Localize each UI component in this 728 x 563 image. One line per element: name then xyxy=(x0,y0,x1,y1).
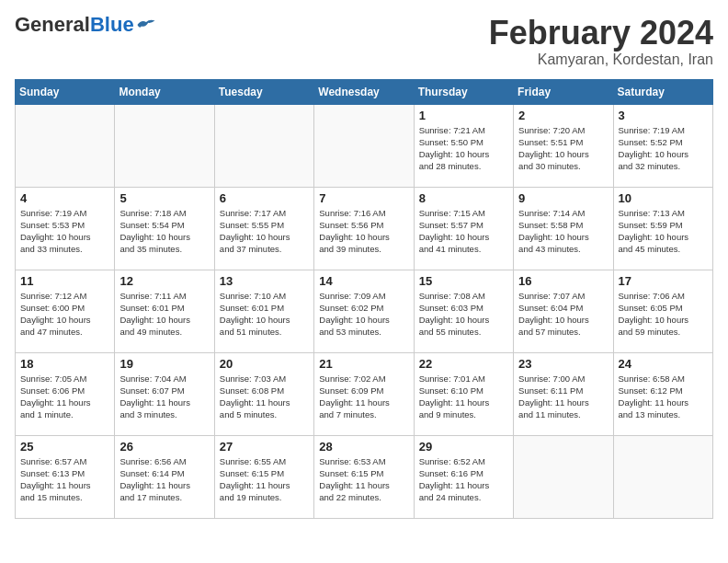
calendar-cell: 26Sunrise: 6:56 AM Sunset: 6:14 PM Dayli… xyxy=(115,435,214,518)
calendar-cell: 27Sunrise: 6:55 AM Sunset: 6:15 PM Dayli… xyxy=(214,435,313,518)
day-info: Sunrise: 7:14 AM Sunset: 5:58 PM Dayligh… xyxy=(518,207,608,256)
calendar-cell: 25Sunrise: 6:57 AM Sunset: 6:13 PM Dayli… xyxy=(16,435,115,518)
calendar-table: SundayMondayTuesdayWednesdayThursdayFrid… xyxy=(15,79,713,519)
day-info: Sunrise: 7:08 AM Sunset: 6:03 PM Dayligh… xyxy=(419,290,508,339)
day-number: 12 xyxy=(119,274,209,288)
day-info: Sunrise: 7:09 AM Sunset: 6:02 PM Dayligh… xyxy=(319,290,408,339)
calendar-week-3: 11Sunrise: 7:12 AM Sunset: 6:00 PM Dayli… xyxy=(16,270,713,352)
day-number: 5 xyxy=(119,191,209,205)
day-info: Sunrise: 6:52 AM Sunset: 6:16 PM Dayligh… xyxy=(419,455,508,504)
calendar-week-5: 25Sunrise: 6:57 AM Sunset: 6:13 PM Dayli… xyxy=(16,435,713,518)
day-number: 20 xyxy=(220,357,309,371)
location-subtitle: Kamyaran, Kordestan, Iran xyxy=(489,52,713,68)
calendar-cell: 29Sunrise: 6:52 AM Sunset: 6:16 PM Dayli… xyxy=(414,435,513,518)
calendar-cell: 2Sunrise: 7:20 AM Sunset: 5:51 PM Daylig… xyxy=(514,104,613,187)
day-info: Sunrise: 7:18 AM Sunset: 5:54 PM Dayligh… xyxy=(119,207,209,256)
calendar-cell: 12Sunrise: 7:11 AM Sunset: 6:01 PM Dayli… xyxy=(115,270,214,352)
calendar-week-4: 18Sunrise: 7:05 AM Sunset: 6:06 PM Dayli… xyxy=(16,352,713,435)
logo: GeneralBlue xyxy=(15,15,156,35)
day-info: Sunrise: 7:01 AM Sunset: 6:10 PM Dayligh… xyxy=(419,373,508,421)
day-number: 15 xyxy=(419,274,508,288)
day-info: Sunrise: 6:58 AM Sunset: 6:12 PM Dayligh… xyxy=(619,373,708,421)
calendar-cell xyxy=(314,104,414,187)
calendar-header-row: SundayMondayTuesdayWednesdayThursdayFrid… xyxy=(16,79,713,104)
column-header-thursday: Thursday xyxy=(414,79,513,104)
day-info: Sunrise: 7:20 AM Sunset: 5:51 PM Dayligh… xyxy=(518,124,608,173)
calendar-cell: 7Sunrise: 7:16 AM Sunset: 5:56 PM Daylig… xyxy=(314,187,414,270)
title-area: February 2024 Kamyaran, Kordestan, Iran xyxy=(489,15,713,68)
day-info: Sunrise: 7:16 AM Sunset: 5:56 PM Dayligh… xyxy=(319,207,408,256)
day-number: 19 xyxy=(119,357,209,371)
day-number: 9 xyxy=(518,191,608,205)
day-info: Sunrise: 7:21 AM Sunset: 5:50 PM Dayligh… xyxy=(419,124,508,173)
column-header-sunday: Sunday xyxy=(16,79,115,104)
day-info: Sunrise: 7:04 AM Sunset: 6:07 PM Dayligh… xyxy=(119,373,209,421)
logo-bird-icon xyxy=(136,17,156,32)
day-number: 3 xyxy=(619,109,708,122)
day-info: Sunrise: 7:10 AM Sunset: 6:01 PM Dayligh… xyxy=(220,290,309,339)
day-number: 23 xyxy=(518,357,608,371)
day-number: 16 xyxy=(518,274,608,288)
day-info: Sunrise: 7:11 AM Sunset: 6:01 PM Dayligh… xyxy=(119,290,209,339)
calendar-week-2: 4Sunrise: 7:19 AM Sunset: 5:53 PM Daylig… xyxy=(16,187,713,270)
calendar-cell: 10Sunrise: 7:13 AM Sunset: 5:59 PM Dayli… xyxy=(613,187,712,270)
day-number: 14 xyxy=(319,274,408,288)
day-number: 17 xyxy=(619,274,708,288)
calendar-cell: 21Sunrise: 7:02 AM Sunset: 6:09 PM Dayli… xyxy=(314,352,414,435)
logo-blue-text: Blue xyxy=(90,13,134,36)
day-info: Sunrise: 7:06 AM Sunset: 6:05 PM Dayligh… xyxy=(619,290,708,339)
calendar-cell: 15Sunrise: 7:08 AM Sunset: 6:03 PM Dayli… xyxy=(414,270,513,352)
calendar-cell: 20Sunrise: 7:03 AM Sunset: 6:08 PM Dayli… xyxy=(214,352,313,435)
day-number: 7 xyxy=(319,191,408,205)
calendar-cell: 8Sunrise: 7:15 AM Sunset: 5:57 PM Daylig… xyxy=(414,187,513,270)
day-info: Sunrise: 7:12 AM Sunset: 6:00 PM Dayligh… xyxy=(20,290,109,339)
day-number: 6 xyxy=(220,191,309,205)
day-number: 18 xyxy=(20,357,109,371)
calendar-cell: 6Sunrise: 7:17 AM Sunset: 5:55 PM Daylig… xyxy=(214,187,313,270)
calendar-cell xyxy=(115,104,214,187)
day-info: Sunrise: 6:57 AM Sunset: 6:13 PM Dayligh… xyxy=(20,455,109,504)
page-header: GeneralBlue February 2024 Kamyaran, Kord… xyxy=(15,15,713,68)
day-info: Sunrise: 7:13 AM Sunset: 5:59 PM Dayligh… xyxy=(619,207,708,256)
day-number: 2 xyxy=(518,109,608,122)
calendar-week-1: 1Sunrise: 7:21 AM Sunset: 5:50 PM Daylig… xyxy=(16,104,713,187)
calendar-cell: 9Sunrise: 7:14 AM Sunset: 5:58 PM Daylig… xyxy=(514,187,613,270)
day-number: 11 xyxy=(20,274,109,288)
calendar-cell: 14Sunrise: 7:09 AM Sunset: 6:02 PM Dayli… xyxy=(314,270,414,352)
column-header-monday: Monday xyxy=(115,79,214,104)
calendar-cell: 19Sunrise: 7:04 AM Sunset: 6:07 PM Dayli… xyxy=(115,352,214,435)
day-number: 21 xyxy=(319,357,408,371)
day-number: 25 xyxy=(20,440,109,454)
day-number: 27 xyxy=(220,440,309,454)
day-info: Sunrise: 6:56 AM Sunset: 6:14 PM Dayligh… xyxy=(119,455,209,504)
calendar-cell: 1Sunrise: 7:21 AM Sunset: 5:50 PM Daylig… xyxy=(414,104,513,187)
column-header-tuesday: Tuesday xyxy=(214,79,313,104)
day-info: Sunrise: 7:19 AM Sunset: 5:52 PM Dayligh… xyxy=(619,124,708,173)
calendar-cell: 11Sunrise: 7:12 AM Sunset: 6:00 PM Dayli… xyxy=(16,270,115,352)
calendar-cell: 22Sunrise: 7:01 AM Sunset: 6:10 PM Dayli… xyxy=(414,352,513,435)
column-header-saturday: Saturday xyxy=(613,79,712,104)
day-info: Sunrise: 7:17 AM Sunset: 5:55 PM Dayligh… xyxy=(220,207,309,256)
column-header-friday: Friday xyxy=(514,79,613,104)
day-info: Sunrise: 7:19 AM Sunset: 5:53 PM Dayligh… xyxy=(20,207,109,256)
day-info: Sunrise: 7:15 AM Sunset: 5:57 PM Dayligh… xyxy=(419,207,508,256)
month-title: February 2024 xyxy=(489,15,713,52)
day-number: 13 xyxy=(220,274,309,288)
logo-general-text: General xyxy=(15,13,90,36)
calendar-cell: 3Sunrise: 7:19 AM Sunset: 5:52 PM Daylig… xyxy=(613,104,712,187)
day-info: Sunrise: 7:00 AM Sunset: 6:11 PM Dayligh… xyxy=(518,373,608,421)
calendar-cell: 13Sunrise: 7:10 AM Sunset: 6:01 PM Dayli… xyxy=(214,270,313,352)
day-number: 26 xyxy=(119,440,209,454)
calendar-cell: 18Sunrise: 7:05 AM Sunset: 6:06 PM Dayli… xyxy=(16,352,115,435)
calendar-cell: 23Sunrise: 7:00 AM Sunset: 6:11 PM Dayli… xyxy=(514,352,613,435)
day-number: 29 xyxy=(419,440,508,454)
calendar-cell xyxy=(16,104,115,187)
day-info: Sunrise: 7:05 AM Sunset: 6:06 PM Dayligh… xyxy=(20,373,109,421)
day-info: Sunrise: 6:55 AM Sunset: 6:15 PM Dayligh… xyxy=(220,455,309,504)
day-info: Sunrise: 7:02 AM Sunset: 6:09 PM Dayligh… xyxy=(319,373,408,421)
day-info: Sunrise: 7:07 AM Sunset: 6:04 PM Dayligh… xyxy=(518,290,608,339)
day-number: 8 xyxy=(419,191,508,205)
calendar-cell: 16Sunrise: 7:07 AM Sunset: 6:04 PM Dayli… xyxy=(514,270,613,352)
day-number: 24 xyxy=(619,357,708,371)
day-number: 1 xyxy=(419,109,508,122)
